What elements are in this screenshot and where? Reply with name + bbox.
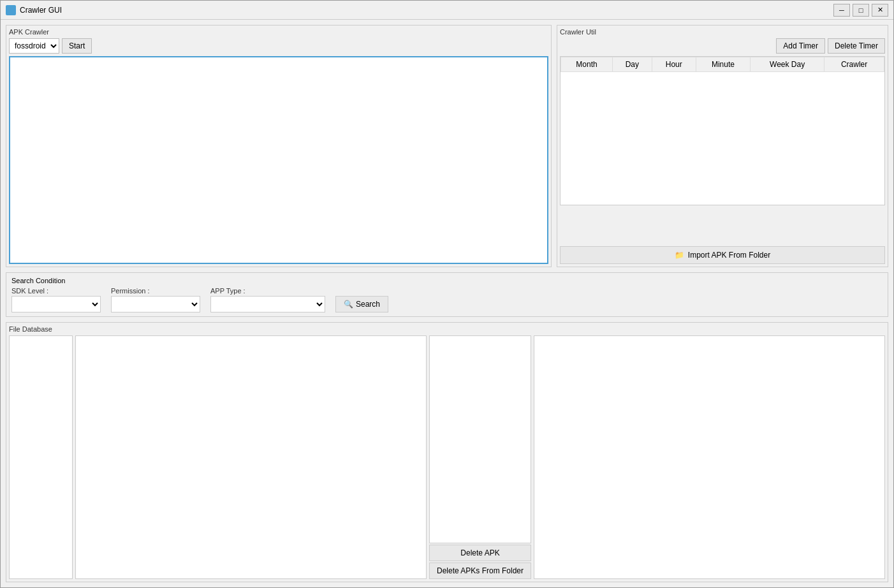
- timer-table-wrapper: Month Day Hour Minute Week Day Crawler: [560, 56, 885, 205]
- db-pane-1: [9, 335, 73, 579]
- delete-apk-button[interactable]: Delete APK: [429, 545, 531, 561]
- file-database-title: File Database: [9, 325, 885, 333]
- search-icon: 🔍: [344, 300, 353, 309]
- db-pane-4: [534, 335, 885, 579]
- crawler-util-panel: Crawler Util Add Timer Delete Timer Mont…: [557, 25, 888, 267]
- file-database-panel: File Database Delete APK Delete APKs Fro…: [6, 322, 888, 582]
- db-pane-3-container: Delete APK Delete APKs From Folder: [429, 335, 531, 579]
- add-timer-button[interactable]: Add Timer: [776, 38, 825, 54]
- db-tables: Delete APK Delete APKs From Folder: [9, 335, 885, 579]
- col-weekday: Week Day: [751, 57, 824, 72]
- delete-timer-button[interactable]: Delete Timer: [828, 38, 885, 54]
- col-crawler: Crawler: [824, 57, 884, 72]
- crawler-util-header: Add Timer Delete Timer: [560, 38, 885, 54]
- apk-crawler-log: [9, 56, 548, 264]
- db-pane-2: [75, 335, 427, 579]
- col-hour: Hour: [652, 57, 696, 72]
- permission-dropdown[interactable]: [111, 296, 200, 312]
- col-day: Day: [612, 57, 652, 72]
- db-pane-3: [429, 335, 531, 543]
- col-month: Month: [561, 57, 613, 72]
- crawler-util-footer: 📁 Import APK From Folder: [560, 246, 885, 264]
- timer-table: Month Day Hour Minute Week Day Crawler: [561, 57, 884, 72]
- minimize-button[interactable]: ─: [833, 4, 850, 17]
- sdk-level-dropdown[interactable]: [11, 296, 101, 312]
- app-type-label: APP Type :: [210, 287, 325, 295]
- window-title: Crawler GUI: [20, 6, 833, 15]
- sdk-level-field: SDK Level :: [11, 287, 101, 312]
- crawler-source-dropdown[interactable]: fossdroid: [9, 38, 59, 54]
- title-bar: Crawler GUI ─ □ ✕: [1, 1, 893, 20]
- app-icon: [6, 5, 16, 15]
- col-minute: Minute: [696, 57, 750, 72]
- delete-apks-folder-button[interactable]: Delete APKs From Folder: [429, 562, 531, 579]
- permission-field: Permission :: [111, 287, 200, 312]
- search-condition-panel: Search Condition SDK Level : Permission …: [6, 272, 888, 317]
- search-button[interactable]: 🔍 Search: [335, 296, 388, 312]
- window-controls: ─ □ ✕: [833, 4, 888, 17]
- sdk-level-label: SDK Level :: [11, 287, 101, 295]
- main-content: APK Crawler fossdroid Start Crawler Util…: [1, 20, 893, 587]
- apk-crawler-title: APK Crawler: [9, 28, 548, 36]
- top-row: APK Crawler fossdroid Start Crawler Util…: [6, 25, 888, 267]
- folder-icon: 📁: [675, 251, 684, 260]
- maximize-button[interactable]: □: [853, 4, 869, 17]
- search-controls: SDK Level : Permission : APP Type :: [11, 287, 883, 312]
- close-button[interactable]: ✕: [872, 4, 888, 17]
- apk-crawler-header: fossdroid Start: [9, 38, 548, 54]
- app-type-field: APP Type :: [210, 287, 325, 312]
- crawler-util-title: Crawler Util: [560, 28, 885, 36]
- import-apk-button[interactable]: 📁 Import APK From Folder: [560, 246, 885, 264]
- search-label: Search: [356, 300, 380, 309]
- start-button[interactable]: Start: [62, 38, 92, 54]
- app-type-dropdown[interactable]: [210, 296, 325, 312]
- import-apk-label: Import APK From Folder: [688, 251, 770, 260]
- permission-label: Permission :: [111, 287, 200, 295]
- main-window: Crawler GUI ─ □ ✕ APK Crawler fossdroid …: [0, 0, 894, 588]
- apk-crawler-panel: APK Crawler fossdroid Start: [6, 25, 552, 267]
- search-condition-title: Search Condition: [11, 277, 883, 284]
